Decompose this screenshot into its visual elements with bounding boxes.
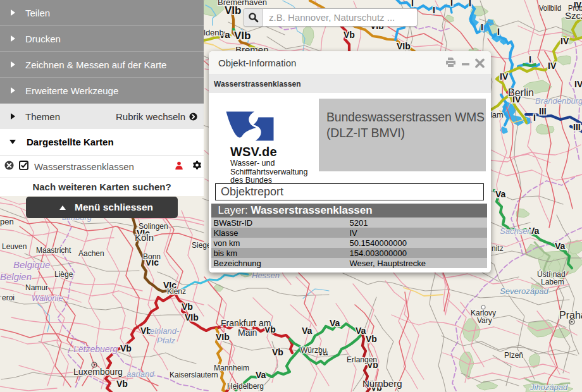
svg-text:Sachsen: Sachsen bbox=[500, 226, 532, 236]
svg-text:VIb: VIb bbox=[216, 332, 230, 342]
svg-text:Severozápad: Severozápad bbox=[500, 286, 548, 296]
svg-text:Nürnberg: Nürnberg bbox=[362, 378, 402, 389]
svg-text:Vary: Vary bbox=[477, 316, 492, 325]
svg-text:Belgien: Belgien bbox=[0, 271, 32, 282]
svg-text:Jihozápad: Jihozápad bbox=[529, 383, 568, 392]
svg-text:I: I bbox=[450, 0, 453, 8]
svg-text:aarland: aarland bbox=[127, 369, 154, 379]
svg-text:Praha: Praha bbox=[559, 310, 582, 321]
svg-text:Mannheim: Mannheim bbox=[214, 364, 249, 372]
svg-text:I: I bbox=[411, 0, 414, 8]
svg-text:Va: Va bbox=[330, 318, 340, 328]
svg-text:I: I bbox=[469, 0, 471, 8]
svg-text:I: I bbox=[433, 5, 435, 15]
svg-text:Erlangen: Erlangen bbox=[347, 355, 377, 364]
svg-text:Liège: Liège bbox=[54, 270, 73, 279]
svg-text:Vb: Vb bbox=[344, 30, 355, 40]
svg-text:Frankfurt am: Frankfurt am bbox=[221, 318, 271, 328]
svg-text:IV: IV bbox=[574, 79, 582, 89]
svg-text:Va: Va bbox=[495, 189, 506, 199]
svg-text:Brandenburg: Brandenburg bbox=[535, 96, 582, 106]
svg-text:Vb: Vb bbox=[272, 347, 283, 357]
svg-text:Wallonie: Wallonie bbox=[32, 293, 63, 303]
svg-text:Vb: Vb bbox=[116, 379, 128, 389]
svg-text:Maastricht: Maastricht bbox=[36, 246, 71, 255]
svg-text:I: I bbox=[529, 54, 531, 64]
svg-text:Namur: Namur bbox=[25, 283, 48, 292]
svg-text:einland-: einland- bbox=[150, 326, 180, 336]
svg-text:Bremerhaven: Bremerhaven bbox=[218, 0, 267, 7]
svg-text:Vb: Vb bbox=[366, 334, 377, 344]
svg-text:I: I bbox=[497, 27, 500, 37]
svg-text:Labem: Labem bbox=[541, 278, 564, 286]
svg-text:Leuven: Leuven bbox=[2, 242, 27, 251]
svg-text:Solingen: Solingen bbox=[139, 222, 168, 231]
svg-text:I: I bbox=[481, 22, 483, 32]
svg-text:eroi: eroi bbox=[2, 293, 15, 302]
svg-text:Berlin: Berlin bbox=[508, 87, 534, 98]
svg-text:Köln: Köln bbox=[135, 232, 154, 243]
svg-text:I: I bbox=[533, 113, 536, 123]
svg-text:Bonn: Bonn bbox=[143, 252, 161, 261]
svg-text:Aachen: Aachen bbox=[78, 249, 104, 258]
svg-text:Va: Va bbox=[256, 370, 266, 380]
svg-text:Pfalz: Pfalz bbox=[157, 336, 175, 345]
svg-text:IV: IV bbox=[560, 36, 569, 46]
svg-text:Va: Va bbox=[555, 241, 566, 251]
svg-text:III: III bbox=[573, 122, 581, 132]
svg-text:Vb: Vb bbox=[120, 343, 132, 353]
svg-text:III: III bbox=[539, 106, 547, 116]
svg-text:Va: Va bbox=[302, 326, 313, 336]
svg-text:ldenb: ldenb bbox=[204, 28, 224, 37]
svg-text:Belgique: Belgique bbox=[13, 259, 50, 270]
svg-text:IV: IV bbox=[500, 71, 509, 82]
svg-text:nitz: nitz bbox=[492, 244, 504, 253]
svg-text:VIb: VIb bbox=[397, 41, 411, 51]
svg-text:Lëtzebuerg: Lëtzebuerg bbox=[73, 344, 118, 354]
svg-text:IV: IV bbox=[548, 61, 557, 71]
svg-text:Va: Va bbox=[356, 326, 366, 336]
svg-text:VIb: VIb bbox=[185, 312, 199, 322]
svg-text:Würzbu: Würzbu bbox=[300, 346, 326, 355]
svg-text:pen: pen bbox=[0, 217, 14, 226]
svg-text:Kaiserslautern: Kaiserslautern bbox=[170, 371, 218, 379]
svg-text:Heidelberg: Heidelberg bbox=[227, 382, 264, 391]
svg-text:VIb: VIb bbox=[234, 30, 251, 42]
svg-text:Plzeň: Plzeň bbox=[504, 351, 523, 360]
svg-text:Main: Main bbox=[238, 328, 257, 338]
svg-text:Luxembourg: Luxembourg bbox=[73, 367, 123, 377]
svg-text:Vb: Vb bbox=[182, 302, 193, 312]
svg-text:Klenz: Klenz bbox=[167, 287, 186, 296]
